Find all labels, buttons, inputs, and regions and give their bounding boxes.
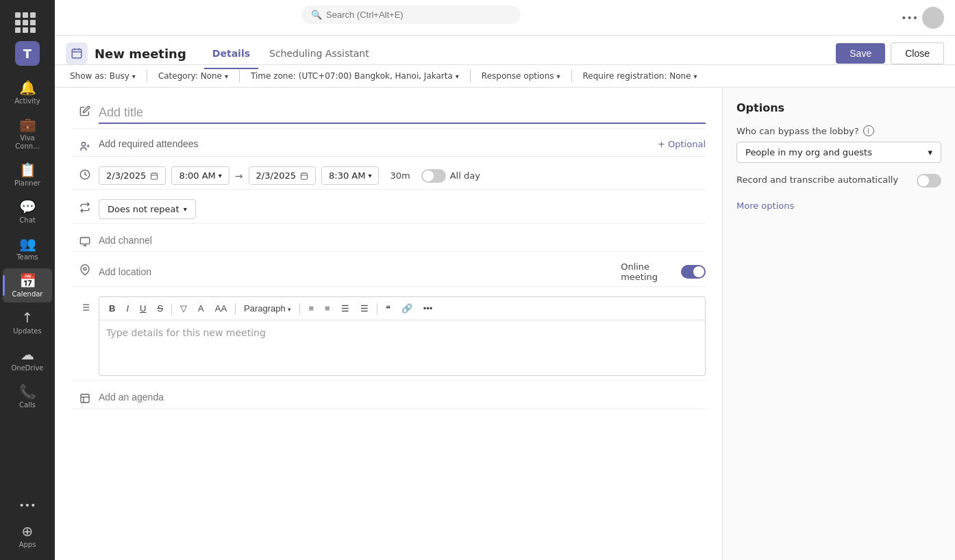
end-time-value: 8:30 AM [329, 170, 365, 181]
page-title: New meeting [95, 47, 186, 61]
start-date-picker[interactable]: 2/3/2025 [99, 166, 166, 185]
bullet-list-button[interactable]: ☰ [337, 301, 354, 316]
italic-button[interactable]: I [122, 301, 133, 316]
lobby-dropdown[interactable]: People in my org and guests ▾ [736, 142, 941, 163]
attendees-input[interactable] [99, 138, 658, 149]
editor-separator [235, 303, 236, 314]
underline-button[interactable]: U [136, 301, 150, 316]
start-time-picker[interactable]: 8:00 AM ▾ [171, 166, 229, 185]
paragraph-dropdown[interactable]: Paragraph ▾ [240, 301, 295, 316]
topbar-actions: Save Close [836, 42, 944, 64]
datetime-inputs: 2/3/2025 8:00 AM ▾ → 2/3/2025 [99, 166, 706, 185]
more-options-icon[interactable]: ••• [901, 12, 918, 23]
tab-bar: Details Scheduling Assistant [204, 44, 377, 63]
start-time-value: 8:00 AM [179, 170, 215, 181]
allday-label: All day [450, 170, 480, 181]
chevron-down-icon: ▾ [694, 73, 697, 80]
edit-icon [71, 103, 99, 116]
highlight-button[interactable]: ▽ [176, 301, 191, 316]
search-icon: 🔍 [311, 10, 322, 20]
channel-input[interactable] [99, 235, 706, 246]
end-date-picker[interactable]: 2/3/2025 [249, 166, 316, 185]
online-meeting-toggle[interactable] [681, 265, 706, 279]
more-options-link[interactable]: More options [736, 201, 794, 211]
save-button[interactable]: Save [836, 43, 885, 64]
sidebar-item-updates[interactable]: ↑ Updates [3, 305, 52, 340]
optional-link[interactable]: + Optional [658, 139, 706, 149]
details-input[interactable]: Type details for this new meeting [99, 320, 705, 375]
numbered-list-button[interactable]: ☰ [356, 301, 373, 316]
allday-toggle[interactable] [421, 169, 446, 183]
sidebar-item-activity[interactable]: 🔔 Activity [3, 75, 52, 110]
channel-input-wrapper [99, 233, 706, 246]
sidebar-item-more[interactable]: ••• [3, 496, 52, 516]
location-row: Online meeting [71, 257, 706, 287]
sidebar-item-planner[interactable]: 📋 Planner [3, 157, 52, 192]
online-meeting-label: Online meeting [621, 262, 675, 282]
search-bar[interactable]: 🔍 [301, 5, 521, 24]
sidebar-item-apps[interactable]: ⊕ Apps [3, 519, 52, 553]
user-avatar[interactable] [922, 7, 944, 29]
search-input[interactable] [326, 10, 511, 20]
strikethrough-button[interactable]: S [153, 301, 167, 316]
form-area: + Optional 2/3/2025 8:00 AM [55, 88, 722, 560]
link-button[interactable]: 🔗 [397, 301, 417, 316]
svg-point-17 [84, 268, 86, 270]
sidebar-item-onedrive[interactable]: ☁ OneDrive [3, 342, 52, 377]
agenda-icon [71, 390, 99, 404]
channel-row [71, 229, 706, 252]
agenda-input[interactable] [99, 392, 706, 403]
font-color-button[interactable]: A [194, 301, 208, 316]
bold-button[interactable]: B [105, 301, 119, 316]
timezone-label: Time zone: (UTC+07:00) Bangkok, Hanoi, J… [251, 71, 453, 81]
sidebar-item-calls[interactable]: 📞 Calls [3, 379, 52, 413]
more-editor-button[interactable]: ••• [419, 301, 437, 316]
font-size-button[interactable]: AA [211, 301, 231, 316]
agenda-row [71, 386, 706, 409]
repeat-dropdown[interactable]: Does not repeat ▾ [99, 199, 196, 219]
toolbar-separator [470, 70, 471, 82]
registration-dropdown[interactable]: Require registration: None ▾ [579, 69, 702, 83]
location-input[interactable] [99, 266, 621, 277]
sidebar-item-chat[interactable]: 💬 Chat [3, 194, 52, 229]
chevron-down-icon: ▾ [456, 73, 459, 80]
sidebar-item-viva[interactable]: 💼 Viva Conn... [3, 112, 52, 155]
category-dropdown[interactable]: Category: None ▾ [154, 69, 232, 83]
record-toggle[interactable] [917, 174, 941, 188]
onedrive-icon: ☁ [21, 346, 34, 363]
lobby-label: Who can bypass the lobby? [736, 126, 859, 136]
timezone-dropdown[interactable]: Time zone: (UTC+07:00) Bangkok, Hanoi, J… [247, 69, 463, 83]
response-dropdown[interactable]: Response options ▾ [478, 69, 565, 83]
title-input[interactable] [99, 103, 706, 124]
lobby-value: People in my org and guests [745, 147, 872, 157]
align-left-button[interactable]: ≡ [304, 301, 318, 316]
tab-details[interactable]: Details [204, 44, 258, 63]
details-row: B I U S ▽ A AA Paragraph ▾ [71, 292, 706, 381]
quote-button[interactable]: ❝ [382, 301, 395, 316]
close-button[interactable]: Close [891, 42, 944, 64]
details-editor-wrapper: B I U S ▽ A AA Paragraph ▾ [99, 296, 706, 376]
tab-scheduling-assistant[interactable]: Scheduling Assistant [261, 44, 377, 63]
chevron-down-icon: ▾ [928, 147, 932, 157]
lobby-info-icon[interactable]: i [863, 125, 874, 136]
repeat-input-wrapper: Does not repeat ▾ [99, 199, 706, 219]
sidebar-item-calendar[interactable]: 📅 Calendar [3, 268, 52, 303]
svg-rect-24 [81, 394, 89, 403]
allday-toggle-row: All day [421, 169, 480, 183]
details-icon [71, 296, 99, 313]
show-as-dropdown[interactable]: Show as: Busy ▾ [66, 69, 140, 83]
svg-rect-6 [151, 173, 158, 179]
sidebar-item-label: Teams [16, 253, 38, 262]
toolbar-separator [239, 70, 240, 82]
sidebar-item-label: Calls [19, 401, 36, 409]
apps-grid-icon[interactable] [15, 12, 40, 37]
end-time-picker[interactable]: 8:30 AM ▾ [321, 166, 379, 185]
toolbar-separator [147, 70, 147, 82]
attendees-icon [71, 138, 99, 152]
align-center-button[interactable]: ≡ [321, 301, 334, 316]
sidebar-item-teams[interactable]: 👥 Teams [3, 231, 52, 266]
editor-separator [171, 303, 172, 314]
end-date-value: 2/3/2025 [256, 170, 296, 181]
channel-icon [71, 233, 99, 247]
chat-icon: 💬 [19, 199, 36, 215]
